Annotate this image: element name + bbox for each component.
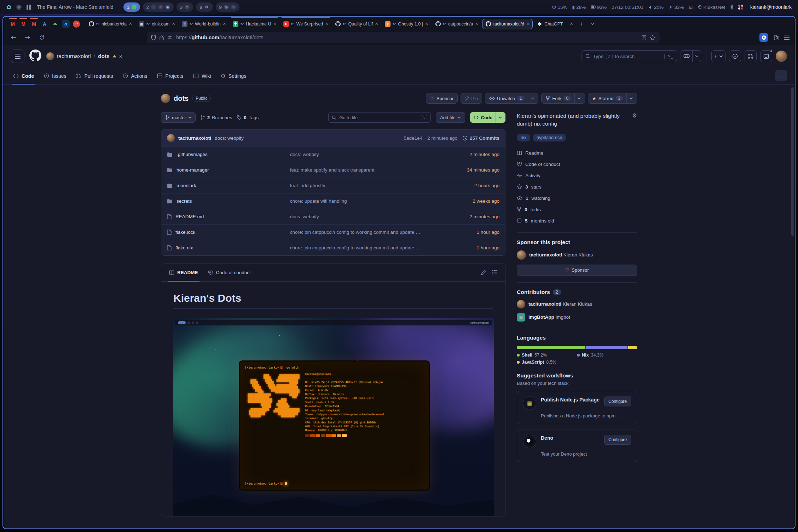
watching-stat[interactable]: 1watching <box>517 193 637 203</box>
tab-code[interactable]: Code <box>9 68 38 84</box>
tab-close-icon[interactable]: ✕ <box>425 22 428 26</box>
bitwarden-extension-icon[interactable] <box>759 33 768 42</box>
workspace-8[interactable]: 8 ❄ <box>196 2 213 12</box>
file-row[interactable]: .github/images docs: webpify 2 minutes a… <box>161 146 505 162</box>
forward-button[interactable] <box>22 32 33 43</box>
commit-history-link[interactable]: 257 Commits <box>462 135 499 141</box>
branches-link[interactable]: 2Branches <box>201 115 232 120</box>
branch-selector[interactable]: master <box>161 112 196 123</box>
network-indicator[interactable]: KlukasNet <box>698 5 725 10</box>
browser-tab-chatgpt[interactable]: ✲ ChatGPT ✕ <box>533 19 576 29</box>
global-nav-button[interactable] <box>11 50 24 63</box>
browser-tab-nicbarker[interactable]: zZ nicbarker/cla ✕ <box>85 19 135 29</box>
nav-overflow-button[interactable]: ⋯ <box>775 70 787 81</box>
add-file-button[interactable]: Add file <box>436 112 465 123</box>
pinned-tab-gmail-1[interactable]: M <box>8 19 17 29</box>
watch-caret[interactable] <box>528 93 534 103</box>
contributors-heading[interactable]: Contributors <box>517 289 550 295</box>
outline-list-icon[interactable] <box>492 270 497 274</box>
commit-author-avatar[interactable] <box>167 134 175 142</box>
file-row[interactable]: home-manager feat: make spotify and slac… <box>161 162 505 178</box>
fork-button[interactable]: Fork0 <box>541 93 585 104</box>
tab-projects[interactable]: Projects <box>153 68 187 84</box>
pinned-tab-leaf[interactable]: ❧ <box>51 19 60 29</box>
tab-close-icon[interactable]: ✕ <box>129 22 132 26</box>
github-logo[interactable] <box>29 50 41 63</box>
extensions-puzzle-icon[interactable] <box>773 35 779 41</box>
file-row[interactable]: secrets chore: update wifi handling 2 we… <box>161 193 505 209</box>
permissions-icon[interactable] <box>167 35 173 40</box>
tab-pull-requests[interactable]: Pull requests <box>72 68 117 84</box>
issues-button[interactable] <box>729 50 741 62</box>
url-text[interactable]: https://github.com/taciturnaxolotl/dots <box>176 35 638 40</box>
user-avatar[interactable] <box>776 51 787 62</box>
pinned-tab-gmail-3[interactable]: M <box>29 19 39 29</box>
sponsor-avatar[interactable] <box>517 250 526 260</box>
sponsor-button[interactable]: ♡Sponsor <box>426 93 458 104</box>
workspace-2[interactable]: 2 ? ▣ <box>143 2 174 12</box>
command-palette-icon[interactable]: >_ <box>664 54 673 59</box>
pull-requests-button[interactable] <box>745 50 757 62</box>
language-item[interactable]: Shell57.2% <box>517 353 577 358</box>
tab-close-icon[interactable]: ✕ <box>526 22 530 26</box>
file-row[interactable]: flake.nix chore: pin catppuccin config t… <box>161 240 505 255</box>
copilot-button[interactable] <box>681 50 701 62</box>
page-scrollbar[interactable] <box>791 87 794 236</box>
breadcrumb-repo[interactable]: dots <box>98 53 110 59</box>
back-button[interactable] <box>8 32 19 43</box>
reader-mode-icon[interactable] <box>642 35 646 40</box>
tab-list-button[interactable] <box>587 19 597 29</box>
sponsor-project-button[interactable]: ♡ Sponsor <box>517 265 637 276</box>
topic-tag[interactable]: hyprland-rice <box>533 134 566 141</box>
code-button[interactable]: Code <box>470 112 506 123</box>
about-gear-icon[interactable]: ⚙ <box>632 112 637 128</box>
workspace-9[interactable]: 9 ◎ ? <box>216 2 239 12</box>
tags-link[interactable]: 0Tags <box>237 115 259 120</box>
workspace-3[interactable]: 3 ? <box>177 2 193 12</box>
owner-avatar[interactable] <box>46 52 54 60</box>
tab-close-icon[interactable]: ✕ <box>223 22 226 26</box>
contributor-row[interactable]: 🤖 ImgBotApp Imgbot <box>517 313 637 322</box>
topic-tag[interactable]: nix <box>517 134 530 141</box>
configure-button[interactable]: Configure <box>604 397 631 406</box>
tab-actions[interactable]: Actions <box>118 68 151 84</box>
go-to-file-field[interactable] <box>339 115 418 120</box>
new-tab-button[interactable]: + <box>577 19 586 29</box>
menu-hamburger-icon[interactable] <box>784 35 790 40</box>
pin-button[interactable]: Pin <box>461 93 482 104</box>
file-row[interactable]: flake.lock chore: pin catppuccin config … <box>161 224 505 240</box>
code-caret[interactable] <box>496 112 502 123</box>
browser-tab-quality[interactable]: zZ Quality of Lif ✕ <box>332 19 381 29</box>
create-new-button[interactable]: + <box>711 50 725 62</box>
tab-close-icon[interactable]: ✕ <box>172 22 175 26</box>
file-row[interactable]: README.md docs: webpify 2 minutes ago <box>161 209 505 224</box>
activity-link[interactable]: Activity <box>517 170 637 181</box>
fork-caret[interactable] <box>574 93 581 103</box>
watch-button[interactable]: Unwatch1 <box>485 93 538 104</box>
go-to-file-input[interactable]: t <box>328 112 431 123</box>
tab-wiki[interactable]: Wiki <box>189 68 215 84</box>
browser-tab-catppuccin[interactable]: zZ catppuccin/a ✕ <box>432 19 481 29</box>
contributor-row[interactable]: taciturnaxolotl Kieran Klukas <box>517 300 637 308</box>
edit-pencil-icon[interactable] <box>481 270 486 275</box>
starred-button[interactable]: ★Starred3 <box>588 93 637 104</box>
tab-close-icon[interactable]: ✕ <box>325 22 328 26</box>
configure-button[interactable]: Configure <box>604 435 631 445</box>
code-of-conduct-link[interactable]: Code of conduct <box>517 159 637 169</box>
tab-issues[interactable]: Issues <box>40 68 70 84</box>
inbox-button[interactable] <box>760 50 772 62</box>
forks-stat[interactable]: 0forks <box>517 204 637 215</box>
browser-tab-eink[interactable]: ▦ zZ eink.cam ✕ <box>135 19 178 29</box>
copilot-icon[interactable] <box>681 50 693 62</box>
bluetooth-icon[interactable] <box>730 5 733 10</box>
tracking-shield-icon[interactable] <box>151 35 156 40</box>
browser-tab-worldbuilding[interactable]: ▒ zZ World-buildin ✕ <box>179 19 229 29</box>
tab-readme[interactable]: README <box>164 264 203 281</box>
pause-icon[interactable]: ▌▌ <box>27 5 32 10</box>
repo-name[interactable]: dots <box>174 94 189 103</box>
pinned-tab-a[interactable]: A <box>40 19 49 29</box>
repo-owner-avatar[interactable] <box>161 94 170 103</box>
tab-close-icon[interactable]: ✕ <box>375 22 378 26</box>
address-bar[interactable]: https://github.com/taciturnaxolotl/dots <box>147 32 660 43</box>
language-item[interactable]: Nix34.3% <box>577 353 637 358</box>
